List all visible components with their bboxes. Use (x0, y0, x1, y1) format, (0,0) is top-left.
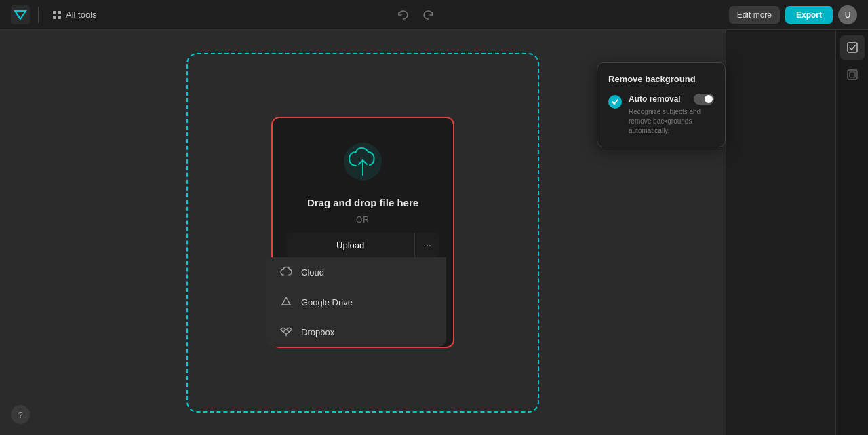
auto-removal-title-row: Auto removal (629, 94, 714, 105)
remove-bg-tab[interactable] (840, 35, 865, 60)
all-tools-label: All tools (66, 10, 97, 20)
remove-bg-card: Remove background Auto removal Recognize… (597, 62, 726, 147)
remove-bg-title: Remove background (608, 74, 714, 84)
dropbox-label: Dropbox (301, 327, 334, 337)
auto-removal-content: Auto removal Recognize subjects and remo… (629, 94, 714, 136)
help-button[interactable]: ? (11, 405, 30, 424)
cloud-option[interactable]: Cloud (266, 257, 446, 287)
grid-icon (52, 10, 62, 20)
dropbox-icon (279, 325, 293, 339)
svg-rect-6 (848, 43, 857, 52)
upload-card[interactable]: Drag and drop file here OR Upload ··· Cl… (271, 117, 454, 348)
auto-removal-row: Auto removal Recognize subjects and remo… (608, 94, 714, 136)
auto-removal-label: Auto removal (629, 94, 681, 104)
toolbar-divider (38, 7, 39, 23)
background-tab[interactable] (840, 62, 865, 87)
drop-zone-outer[interactable]: Drag and drop file here OR Upload ··· Cl… (186, 53, 539, 413)
drag-drop-text: Drag and drop file here (307, 197, 418, 208)
svg-rect-0 (11, 5, 30, 24)
export-button[interactable]: Export (785, 6, 833, 24)
undo-button[interactable] (393, 6, 413, 24)
dropbox-option[interactable]: Dropbox (266, 317, 446, 347)
google-drive-label: Google Drive (301, 297, 353, 307)
auto-removal-desc: Recognize subjects and remove background… (629, 107, 714, 136)
main-area: Drag and drop file here OR Upload ··· Cl… (0, 30, 868, 435)
toolbar-center (393, 6, 439, 24)
upload-more-button[interactable]: ··· (414, 233, 439, 257)
google-drive-option[interactable]: Google Drive (266, 287, 446, 317)
all-tools-button[interactable]: All tools (47, 7, 102, 22)
upload-button[interactable]: Upload (286, 233, 414, 257)
upload-dropdown: Cloud Google Drive (266, 257, 446, 347)
svg-rect-8 (850, 72, 855, 77)
toolbar-left: All tools (11, 5, 102, 24)
toggle-knob (705, 95, 713, 103)
upload-row: Upload ··· (286, 233, 439, 257)
avatar[interactable]: U (838, 5, 857, 24)
cloud-icon (279, 265, 293, 279)
svg-rect-3 (53, 16, 56, 19)
side-panel: Remove background Auto removal Recognize… (726, 30, 868, 435)
svg-rect-4 (58, 16, 61, 19)
toolbar-right: Edit more Export U (729, 5, 857, 24)
upload-cloud-icon (338, 137, 387, 186)
or-text: OR (356, 215, 370, 225)
redo-button[interactable] (418, 6, 439, 24)
google-drive-icon (279, 295, 293, 309)
svg-rect-7 (848, 70, 857, 79)
svg-rect-2 (58, 11, 61, 14)
logo-icon[interactable] (11, 5, 30, 24)
check-icon (608, 95, 622, 109)
auto-removal-toggle[interactable] (694, 94, 714, 105)
side-tab-strip (835, 30, 868, 435)
edit-more-button[interactable]: Edit more (729, 6, 780, 24)
toolbar: All tools Edit more Export U (0, 0, 868, 30)
svg-rect-1 (53, 11, 56, 14)
cloud-label: Cloud (301, 267, 324, 278)
